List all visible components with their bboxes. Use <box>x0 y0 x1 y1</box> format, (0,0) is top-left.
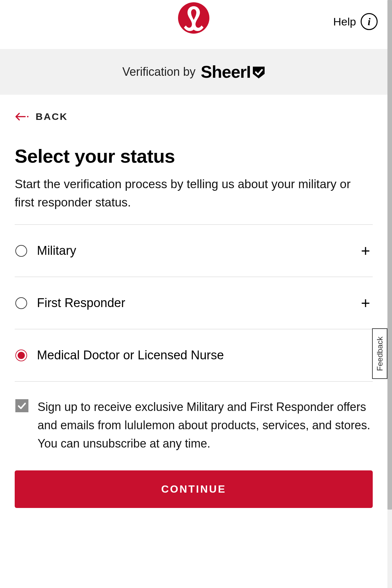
help-button[interactable]: Help i <box>333 13 378 30</box>
scrollbar-thumb[interactable] <box>387 0 392 510</box>
svg-point-2 <box>27 116 28 117</box>
arrow-left-icon <box>15 112 29 121</box>
option-label: Military <box>37 244 351 258</box>
plus-icon[interactable]: + <box>361 242 372 260</box>
radio-icon <box>15 350 27 361</box>
back-label: BACK <box>36 111 68 122</box>
status-options: Military + First Responder + Medical Doc… <box>15 224 373 382</box>
option-military[interactable]: Military + <box>15 225 373 277</box>
option-first-responder[interactable]: First Responder + <box>15 277 373 329</box>
option-label: First Responder <box>37 296 351 310</box>
radio-icon <box>15 297 27 309</box>
option-medical[interactable]: Medical Doctor or Licensed Nurse <box>15 329 373 382</box>
sheerid-logo: SheerI <box>201 62 265 82</box>
plus-icon[interactable]: + <box>361 294 372 312</box>
check-icon <box>17 401 27 411</box>
feedback-tab[interactable]: Feedback <box>372 328 387 379</box>
app-header: Help i <box>0 0 387 49</box>
radio-icon <box>15 245 27 257</box>
back-button[interactable]: BACK <box>15 111 373 122</box>
verification-banner: Verification by SheerI <box>0 49 387 95</box>
info-icon: i <box>361 13 378 30</box>
signup-checkbox[interactable] <box>15 399 28 412</box>
feedback-label: Feedback <box>375 336 384 371</box>
verification-prefix: Verification by <box>122 65 195 79</box>
signup-text: Sign up to receive exclusive Military an… <box>38 398 372 452</box>
signup-row: Sign up to receive exclusive Military an… <box>15 382 373 466</box>
page-title: Select your status <box>15 145 373 167</box>
page-subtitle: Start the verification process by tellin… <box>15 175 373 211</box>
brand-logo-icon <box>177 2 210 36</box>
option-label: Medical Doctor or Licensed Nurse <box>37 348 372 362</box>
help-label: Help <box>333 15 356 28</box>
continue-button[interactable]: CONTINUE <box>15 470 373 508</box>
scrollbar-track[interactable] <box>387 0 392 588</box>
sheerid-check-icon <box>252 66 265 79</box>
